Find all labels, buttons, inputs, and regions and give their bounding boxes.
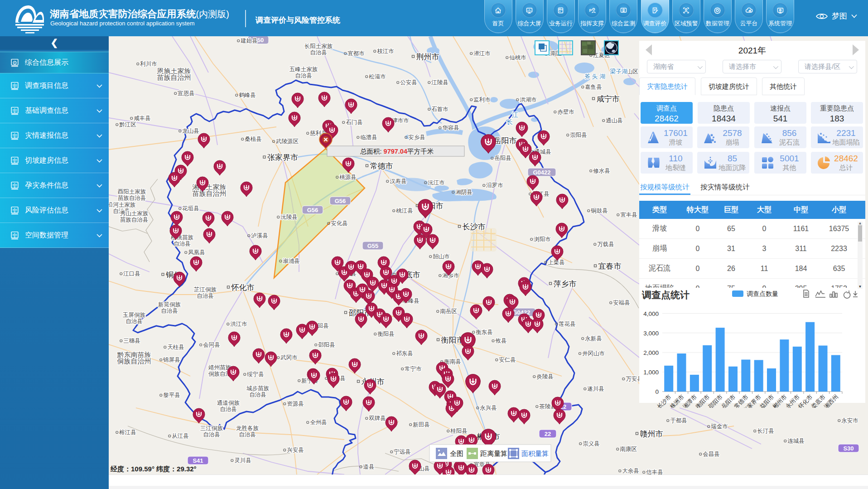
svg-text:3,000: 3,000 xyxy=(643,330,659,337)
svg-text:三穗县: 三穗县 xyxy=(123,338,140,344)
svg-text:祁东县: 祁东县 xyxy=(396,350,413,357)
svg-text:鹤峰县: 鹤峰县 xyxy=(239,92,256,98)
svg-text:于都县: 于都县 xyxy=(670,417,687,424)
svg-text:侗族自治州: 侗族自治州 xyxy=(117,357,151,365)
svg-text:宜春市: 宜春市 xyxy=(598,262,622,271)
svg-text:兴安县: 兴安县 xyxy=(287,447,304,453)
svg-text:G0422: G0422 xyxy=(533,169,550,176)
svg-text:全图: 全图 xyxy=(450,450,463,457)
svg-text:石门县: 石门县 xyxy=(346,119,363,126)
svg-text:赤壁市: 赤壁市 xyxy=(557,109,574,115)
svg-text:双牌县: 双牌县 xyxy=(369,415,386,421)
svg-text:韶山市: 韶山市 xyxy=(432,253,450,260)
svg-text:华容县: 华容县 xyxy=(442,125,459,131)
svg-text:苗族自治州: 苗族自治州 xyxy=(193,189,227,197)
svg-text:苗族自治县: 苗族自治县 xyxy=(118,195,146,201)
svg-text:自治县: 自治县 xyxy=(310,49,327,56)
svg-text:P: P xyxy=(589,8,592,13)
svg-text:沅江市: 沅江市 xyxy=(428,179,445,186)
svg-text:自治县: 自治县 xyxy=(161,308,178,314)
svg-text:永新县: 永新县 xyxy=(585,335,602,342)
svg-text:会同县: 会同县 xyxy=(203,342,220,348)
svg-text:桃江县: 桃江县 xyxy=(396,208,413,214)
svg-text:4,000: 4,000 xyxy=(643,310,659,317)
svg-text:S30: S30 xyxy=(843,445,854,452)
svg-text:距离量算: 距离量算 xyxy=(480,450,507,457)
svg-text:苗族自治县: 苗族自治县 xyxy=(120,217,149,223)
svg-text:石首市: 石首市 xyxy=(431,106,448,112)
svg-text:1,000: 1,000 xyxy=(643,369,659,376)
svg-text:五峰土家族: 五峰土家族 xyxy=(289,66,318,73)
svg-text:G55: G55 xyxy=(367,242,379,249)
svg-text:武陵源区: 武陵源区 xyxy=(275,138,299,145)
svg-text:仙桃市: 仙桃市 xyxy=(509,54,526,61)
svg-text:泸溪县: 泸溪县 xyxy=(251,232,268,239)
svg-text:万载县: 万载县 xyxy=(597,241,614,247)
svg-text:荆州市: 荆州市 xyxy=(416,53,439,61)
svg-text:张家界市: 张家界市 xyxy=(267,153,298,162)
svg-text:南岳区: 南岳区 xyxy=(440,308,457,315)
svg-text:临澧县: 临澧县 xyxy=(360,134,377,140)
svg-text:崇阳县: 崇阳县 xyxy=(570,132,587,138)
svg-text:大余县: 大余县 xyxy=(622,468,639,474)
svg-text:长阳土家族: 长阳土家族 xyxy=(304,43,333,49)
svg-text:连城县: 连城县 xyxy=(787,438,805,444)
svg-text:G56: G56 xyxy=(335,198,346,204)
svg-text:安乡县: 安乡县 xyxy=(408,134,425,140)
svg-text:从江县: 从江县 xyxy=(172,433,189,439)
svg-text:长沙市: 长沙市 xyxy=(463,223,486,231)
svg-text:芷江侗族: 芷江侗族 xyxy=(194,286,217,293)
svg-text:咸丰县: 咸丰县 xyxy=(134,115,151,121)
svg-text:0: 0 xyxy=(655,388,659,395)
svg-text:宁远县: 宁远县 xyxy=(394,449,411,455)
svg-text:南康区: 南康区 xyxy=(620,446,637,452)
svg-text:建始县: 建始县 xyxy=(240,38,258,44)
svg-text:江陵县: 江陵县 xyxy=(431,79,448,86)
svg-text:玉屏侗族: 玉屏侗族 xyxy=(123,312,146,318)
svg-text:修水县: 修水县 xyxy=(593,168,610,174)
svg-text:攸县: 攸县 xyxy=(495,338,507,344)
svg-text:黎平县: 黎平县 xyxy=(163,392,180,398)
svg-text:崇义县: 崇义县 xyxy=(583,441,600,447)
svg-text:面积量算: 面积量算 xyxy=(521,450,549,457)
svg-text:监利市: 监利市 xyxy=(473,97,491,103)
svg-text:汨罗市: 汨罗市 xyxy=(486,182,503,189)
svg-text:井冈山市: 井冈山市 xyxy=(582,350,605,357)
svg-text:天柱县: 天柱县 xyxy=(167,344,184,350)
svg-text:常德市: 常德市 xyxy=(370,162,393,170)
svg-text:自治县: 自治县 xyxy=(197,293,214,299)
svg-text:2,000: 2,000 xyxy=(643,349,659,356)
svg-text:岳阳市: 岳阳市 xyxy=(494,136,517,145)
svg-text:全州县: 全州县 xyxy=(310,419,327,426)
svg-text:公安县: 公安县 xyxy=(400,79,417,86)
svg-text:衡阳县: 衡阳县 xyxy=(377,331,395,337)
svg-text:安仁县: 安仁县 xyxy=(499,357,516,363)
svg-text:自治县: 自治县 xyxy=(203,431,220,438)
svg-text:利川市: 利川市 xyxy=(140,61,157,67)
svg-text:总面积: 9797.04平方千米: 总面积: 9797.04平方千米 xyxy=(360,148,434,155)
svg-text:经度：109.59° 纬度：29.32°: 经度：109.59° 纬度：29.32° xyxy=(110,465,197,473)
svg-text:S41: S41 xyxy=(193,457,203,464)
svg-text:莲花县: 莲花县 xyxy=(559,321,576,327)
svg-text:宜都市: 宜都市 xyxy=(347,50,365,57)
svg-text:武冈市: 武冈市 xyxy=(280,354,298,361)
svg-text:浏阳市: 浏阳市 xyxy=(533,236,551,242)
svg-text:湘乡市: 湘乡市 xyxy=(442,272,459,279)
svg-text:自治县: 自治县 xyxy=(249,392,266,398)
svg-text:道县: 道县 xyxy=(363,464,375,470)
svg-text:通山县: 通山县 xyxy=(606,117,623,124)
svg-text:新田县: 新田县 xyxy=(413,421,430,428)
svg-text:安化县: 安化县 xyxy=(331,220,348,227)
svg-text:沿河土家族: 沿河土家族 xyxy=(109,202,136,208)
svg-text:梁子湖: 梁子湖 xyxy=(610,68,627,75)
svg-text:枝江市: 枝江市 xyxy=(377,48,394,54)
svg-text:22: 22 xyxy=(545,431,551,437)
svg-text:自治县: 自治县 xyxy=(220,406,237,412)
svg-text:自治县: 自治县 xyxy=(295,73,312,79)
svg-text:长: 长 xyxy=(506,118,513,126)
svg-text:湘阴县: 湘阴县 xyxy=(455,189,473,195)
svg-text:灵川县: 灵川县 xyxy=(234,457,251,464)
svg-text:桑植县: 桑植县 xyxy=(245,136,262,142)
svg-text:绥宁县: 绥宁县 xyxy=(247,371,264,378)
svg-text:黔江区: 黔江区 xyxy=(119,121,136,128)
